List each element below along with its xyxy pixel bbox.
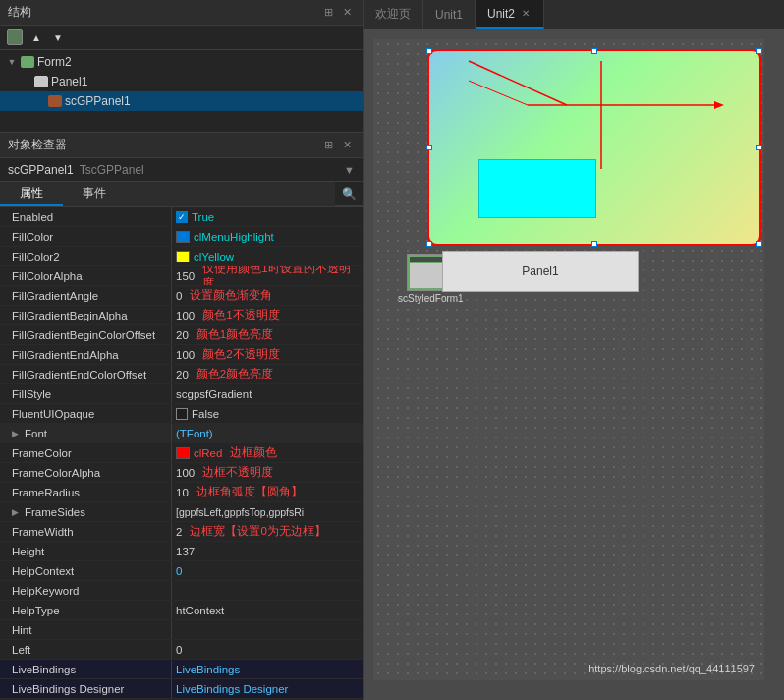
prop-row-framewidth[interactable]: FrameWidth 2 边框宽【设置0为无边框】	[0, 522, 363, 542]
cyan-sub-panel[interactable]	[478, 159, 596, 218]
prop-row-framecolor[interactable]: FrameColor clRed 边框颜色	[0, 443, 363, 463]
prop-val-geco: 20	[176, 369, 189, 380]
prop-name-gradientangle: FillGradientAngle	[0, 286, 172, 305]
prop-value-framecolor: clRed 边框颜色	[172, 443, 363, 462]
inspector-header: 对象检查器 ⊞ ✕	[0, 133, 363, 158]
inspector-dropdown-arrow[interactable]: ▼	[344, 164, 355, 176]
tree-expand-form2[interactable]: ▼	[6, 56, 18, 68]
prop-row-livebindingsdesigner[interactable]: LiveBindings Designer LiveBindings Desig…	[0, 679, 363, 699]
prop-comment-geco: 颜色2颜色亮度	[196, 367, 273, 381]
prop-name-helptype: HelpType	[0, 601, 172, 619]
tab-unit1-label: Unit1	[435, 8, 463, 22]
inspector-close-icon[interactable]: ✕	[340, 138, 355, 152]
prop-value-fillcolor-text: clMenuHighlight	[194, 231, 274, 243]
prop-value-livebindingsdesigner: LiveBindings Designer	[172, 679, 363, 698]
prop-name-font: ▶ Font	[0, 424, 172, 442]
prop-row-framesides[interactable]: ▶ FrameSides [gppfsLeft,gppfsTop,gppfsRi	[0, 502, 363, 522]
prop-row-fillcolor2[interactable]: FillColor2 clYellow	[0, 247, 363, 266]
structure-toolbar-down-btn[interactable]: ▼	[49, 29, 67, 46]
tab-unit2[interactable]: Unit2 ✕	[476, 0, 544, 29]
tree-label-form2: Form2	[37, 55, 72, 69]
tab-events[interactable]: 事件	[63, 182, 126, 206]
prop-value-fillcolor2-text: clYellow	[194, 251, 234, 262]
search-icon[interactable]: 🔍	[339, 184, 359, 204]
structure-toolbar-up-btn[interactable]: ▲	[28, 29, 45, 46]
prop-value-framecoloralpha: 100 边框不透明度	[172, 463, 363, 482]
tree-icon-scgppanel1	[48, 95, 62, 107]
sel-handle-bl	[426, 241, 432, 247]
tree-item-panel1[interactable]: Panel1	[0, 72, 363, 91]
prop-comment-fw: 边框宽【设置0为无边框】	[190, 524, 325, 539]
prop-row-height[interactable]: Height 137	[0, 542, 363, 561]
prop-name-helpcontext: HelpContext	[0, 561, 172, 580]
prop-val-frs: [gppfsLeft,gppfsTop,gppfsRi	[176, 506, 304, 518]
prop-row-fillcolor[interactable]: FillColor clMenuHighlight	[0, 227, 363, 247]
prop-row-livebindings[interactable]: LiveBindings LiveBindings	[0, 660, 363, 679]
prop-row-fluentuiopaque[interactable]: FluentUIOpaque False	[0, 404, 363, 424]
framesides-expand-arrow[interactable]: ▶	[12, 507, 22, 517]
prop-row-gradientbegalpha[interactable]: FillGradientBeginAlpha 100 颜色1不透明度	[0, 306, 363, 325]
design-surface[interactable]: scStyledForm1 Panel1 https://blog.csdn.n…	[373, 39, 764, 680]
prop-row-gradiendtalpha[interactable]: FillGradientEndAlpha 100 颜色2不透明度	[0, 345, 363, 365]
tree-item-scgppanel1[interactable]: scGPPanel1	[0, 91, 363, 111]
canvas-inner: scStyledForm1 Panel1 https://blog.csdn.n…	[364, 29, 784, 700]
prop-val-h: 137	[176, 546, 195, 557]
prop-row-enabled[interactable]: Enabled ✓ True	[0, 207, 363, 227]
prop-comment-gba: 颜色1不透明度	[202, 308, 279, 322]
prop-row-left[interactable]: Left 0	[0, 640, 363, 660]
structure-pin-icon[interactable]: ⊞	[321, 5, 336, 20]
prop-name-framecolor: FrameColor	[0, 443, 172, 462]
prop-row-helptype[interactable]: HelpType htContext	[0, 601, 363, 620]
prop-row-frameradius[interactable]: FrameRadius 10 边框角弧度【圆角】	[0, 483, 363, 502]
prop-row-font[interactable]: ▶ Font (TFont)	[0, 424, 363, 443]
prop-value-enabled: ✓ True	[172, 207, 363, 226]
inspector-tabs: 属性 事件 🔍	[0, 182, 363, 207]
tab-unit1[interactable]: Unit1	[423, 0, 476, 29]
prop-val-fr: 10	[176, 487, 189, 498]
structure-toolbar-icon-btn[interactable]	[6, 29, 24, 46]
panel1-label: Panel1	[522, 264, 558, 278]
prop-name-enabled: Enabled	[0, 207, 172, 226]
prop-row-fillstyle[interactable]: FillStyle scgpsfGradient	[0, 384, 363, 404]
font-expand-arrow[interactable]: ▶	[12, 429, 22, 438]
prop-row-gradientendcoloroffset[interactable]: FillGradientEndColorOffset 20 颜色2颜色亮度	[0, 365, 363, 384]
sel-handle-ml	[426, 145, 432, 150]
prop-val-gea: 100	[176, 349, 195, 361]
structure-close-icon[interactable]: ✕	[340, 5, 355, 20]
prop-row-gradientbegcoloroffset[interactable]: FillGradientBeginColorOffset 20 颜色1颜色亮度	[0, 325, 363, 345]
prop-val-fs: scgpsfGradient	[176, 388, 252, 400]
tree-expand-scgppanel1[interactable]	[35, 95, 45, 107]
prop-row-fillcoloralpha[interactable]: FillColorAlpha 150 仅使用颜色1时设置的不透明度	[0, 266, 363, 286]
tree-icon-panel1	[34, 76, 48, 88]
prop-value-framewidth: 2 边框宽【设置0为无边框】	[172, 522, 363, 541]
tab-properties[interactable]: 属性	[0, 182, 63, 206]
prop-value-frameradius: 10 边框角弧度【圆角】	[172, 483, 363, 501]
tree-icon-form2	[21, 56, 34, 68]
tab-unit2-label: Unit2	[487, 7, 515, 21]
tab-bar: 欢迎页 Unit1 Unit2 ✕	[364, 0, 784, 29]
prop-value-fluentuiopaque: False	[172, 404, 363, 423]
tab-unit2-close[interactable]: ✕	[520, 7, 532, 20]
prop-value-left: 0	[172, 640, 363, 659]
gradient-panel[interactable]	[427, 49, 761, 246]
prop-name-fillstyle: FillStyle	[0, 384, 172, 403]
prop-comment-alpha: 仅使用颜色1时设置的不透明度	[202, 266, 359, 285]
panel1-box[interactable]: Panel1	[442, 251, 639, 292]
canvas-decorative-svg	[429, 51, 763, 248]
prop-value-gradientalpha: 100 颜色2不透明度	[172, 345, 363, 364]
prop-name-fillcoloralpha: FillColorAlpha	[0, 266, 172, 285]
tree-expand-panel1[interactable]	[22, 76, 31, 88]
framecolor-swatch	[176, 447, 190, 459]
tree-item-form2[interactable]: ▼ Form2	[0, 52, 363, 72]
tab-welcome[interactable]: 欢迎页	[364, 0, 423, 29]
prop-row-framecoloralpha[interactable]: FrameColorAlpha 100 边框不透明度	[0, 463, 363, 483]
prop-row-gradientangle[interactable]: FillGradientAngle 0 设置颜色渐变角	[0, 286, 363, 306]
inspector-pin-icon[interactable]: ⊞	[321, 138, 336, 152]
prop-name-frameradius: FrameRadius	[0, 483, 172, 501]
prop-val-fw: 2	[176, 526, 182, 538]
prop-row-helpcontext[interactable]: HelpContext 0	[0, 561, 363, 581]
prop-row-helpkeyword[interactable]: HelpKeyword	[0, 581, 363, 601]
toolbar-image-icon	[7, 29, 23, 45]
prop-row-hint[interactable]: Hint	[0, 620, 363, 640]
inspector-title: 对象检查器	[8, 137, 67, 153]
